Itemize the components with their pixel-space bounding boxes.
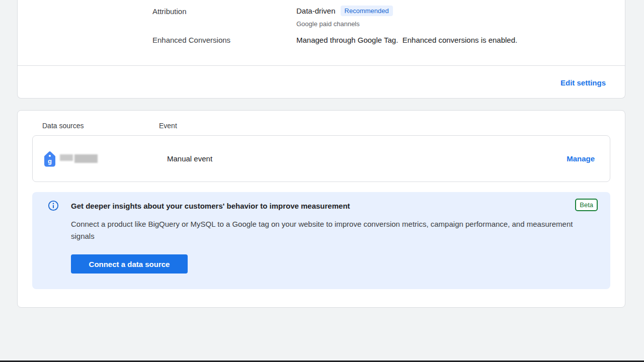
enhanced-conversions-value: Managed through Google Tag. Enhanced con… [296,36,517,44]
connect-data-source-button[interactable]: Connect a data source [71,254,188,274]
info-icon [48,200,59,211]
redacted-source-name [60,154,98,163]
attribution-subvalue: Google paid channels [296,20,393,28]
event-value: Manual event [167,154,212,163]
card-divider [18,65,625,66]
manage-link[interactable]: Manage [567,154,595,163]
banner-title: Get deeper insights about your customers… [71,202,350,210]
info-banner: Get deeper insights about your customers… [32,192,610,289]
attribution-label: Attribution [152,7,187,16]
svg-text:g: g [48,157,52,164]
data-source-row: g Manual event Manage [32,135,610,182]
attribution-value: Data-driven [296,7,336,15]
beta-badge: Beta [575,199,598,211]
settings-card: Attribution Data-driven Recommended Goog… [17,0,625,99]
google-tag-icon: g [44,151,56,167]
edit-settings-link[interactable]: Edit settings [560,78,606,87]
column-header-event: Event [159,122,177,130]
column-header-data-sources: Data sources [42,122,84,130]
enhanced-conversions-label: Enhanced Conversions [152,36,230,44]
recommended-badge: Recommended [341,6,393,16]
data-sources-card: Data sources Event g Manual event Manage… [17,110,625,308]
banner-body: Connect a product like BigQuery or MySQL… [71,218,585,242]
